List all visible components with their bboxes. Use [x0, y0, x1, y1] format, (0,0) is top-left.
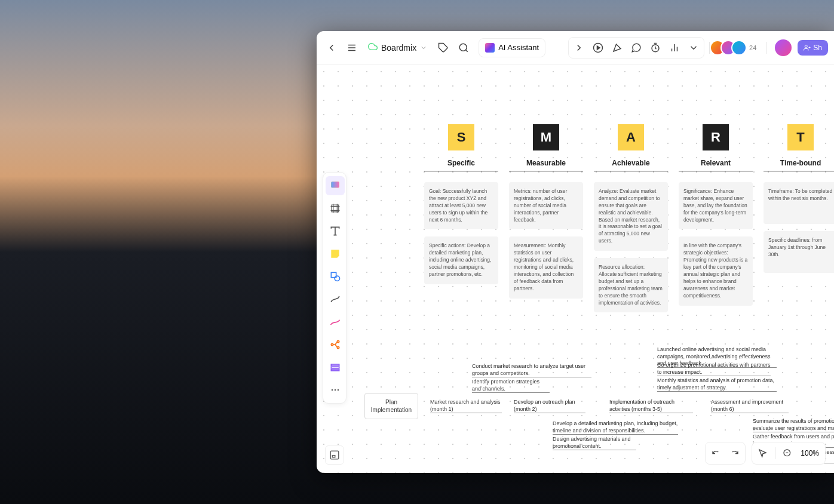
minimap-icon	[329, 450, 340, 460]
select-tool[interactable]	[326, 176, 345, 195]
mindmap-node[interactable]: Co-organize promotional activities with …	[657, 362, 771, 376]
mindmap-node[interactable]: Develop a detailed marketing plan, inclu…	[553, 420, 678, 435]
mindmap-node[interactable]: Conduct market research to analyze targe…	[472, 363, 591, 377]
board-title: Boardmix	[381, 43, 416, 53]
letter-a: A	[618, 124, 644, 150]
svg-marker-4	[597, 46, 600, 50]
redo-button[interactable]	[726, 445, 743, 462]
smart-col-timebound[interactable]: T Time-bound Timeframe: To be completed …	[764, 124, 834, 319]
text-tool[interactable]	[326, 222, 345, 241]
mindmap-tool[interactable]	[326, 335, 345, 354]
undo-button[interactable]	[708, 445, 725, 462]
note-card[interactable]: Measurement: Monthly statistics on user …	[509, 236, 583, 298]
sticky-note-tool[interactable]	[326, 244, 345, 263]
celebrate-tool[interactable]	[608, 39, 626, 57]
svg-point-16	[335, 276, 339, 281]
smart-col-specific[interactable]: S Specific Goal: Successfully launch the…	[424, 124, 498, 319]
search-button[interactable]	[455, 39, 473, 57]
mindmap-node[interactable]: Summarize the results of promotional ac …	[753, 418, 834, 432]
mindmap-node[interactable]: Develop an outreach plan (month 2)	[514, 399, 585, 413]
collaborator-avatars[interactable]: 24	[715, 40, 756, 56]
minimap-toggle[interactable]	[325, 445, 344, 465]
col-title: Specific	[447, 159, 475, 167]
mindmap-node[interactable]: Monthly statistics and analysis of promo…	[657, 377, 777, 392]
note-card[interactable]: Specific actions: Develop a detailed mar…	[424, 236, 498, 284]
note-card[interactable]: Timeframe: To be completed within the ne…	[764, 182, 834, 224]
share-icon	[804, 44, 811, 51]
svg-rect-22	[331, 369, 339, 371]
note-card[interactable]: Resource allocation: Allocate sufficient…	[594, 258, 668, 312]
comment-tool[interactable]	[627, 39, 645, 57]
letter-s: S	[448, 124, 474, 150]
svg-rect-21	[331, 367, 339, 368]
svg-rect-13	[331, 182, 339, 188]
note-card[interactable]: Goal: Successfully launch the new produc…	[424, 182, 498, 229]
ai-icon	[485, 43, 495, 53]
left-toolbar	[323, 172, 347, 404]
chevron-down-icon	[420, 44, 427, 51]
svg-point-19	[337, 346, 339, 348]
play-tool[interactable]	[589, 39, 607, 57]
tag-button[interactable]	[434, 39, 452, 57]
current-user-avatar[interactable]	[775, 39, 792, 56]
component-tool[interactable]	[326, 358, 345, 377]
top-tools-group	[568, 37, 704, 59]
mindmap-root[interactable]: Plan Implementation	[364, 393, 418, 419]
shape-tool[interactable]	[326, 267, 345, 286]
mindmap-node[interactable]: Market research and analysis (month 1)	[430, 399, 502, 413]
menu-button[interactable]	[343, 39, 361, 57]
more-tools[interactable]	[685, 39, 703, 57]
ai-assistant-label: AI Assistant	[498, 43, 539, 52]
svg-point-25	[338, 389, 339, 391]
connector-tool[interactable]	[326, 290, 345, 309]
back-button[interactable]	[323, 39, 341, 57]
more-tool[interactable]	[326, 380, 345, 399]
ai-assistant-button[interactable]: AI Assistant	[479, 38, 545, 57]
avatar	[731, 40, 747, 56]
letter-m: M	[533, 124, 559, 150]
mindmap-node[interactable]: Assessment and improvement (month 6)	[711, 399, 789, 413]
svg-point-17	[331, 343, 333, 345]
svg-point-24	[335, 389, 336, 391]
col-title: Relevant	[701, 159, 731, 167]
smart-col-achievable[interactable]: A Achievable Analyze: Evaluate market de…	[594, 124, 668, 319]
smart-grid: S Specific Goal: Successfully launch the…	[424, 124, 834, 319]
mindmap-node[interactable]: Identify promotion strategies and channe…	[472, 379, 550, 393]
zoom-level[interactable]: 100%	[797, 449, 823, 457]
svg-point-18	[337, 340, 339, 342]
note-card[interactable]: Significance: Enhance market share, expa…	[679, 182, 753, 229]
share-button[interactable]: Sh	[798, 40, 828, 56]
board-title-dropdown[interactable]: Boardmix	[363, 38, 432, 57]
cloud-icon	[368, 42, 378, 54]
col-title: Achievable	[612, 159, 649, 167]
pen-tool[interactable]	[326, 312, 345, 331]
letter-t: T	[787, 124, 814, 150]
note-card[interactable]: Analyze: Evaluate market demand and comp…	[594, 182, 668, 251]
share-label: Sh	[813, 44, 822, 52]
svg-point-1	[459, 44, 467, 51]
chart-tool[interactable]	[666, 39, 683, 57]
col-title: Time-bound	[780, 159, 821, 167]
svg-rect-20	[331, 364, 339, 366]
cursor-button[interactable]	[755, 445, 771, 462]
note-card[interactable]: Metrics: number of user registrations, a…	[509, 182, 583, 229]
smart-col-measurable[interactable]: M Measurable Metrics: number of user reg…	[509, 124, 583, 319]
canvas[interactable]: S Specific Goal: Successfully launch the…	[317, 64, 834, 473]
bottom-right-controls: 100%	[705, 442, 826, 465]
timer-tool[interactable]	[646, 39, 664, 57]
topbar: Boardmix AI Assistant 24	[317, 31, 834, 64]
letter-r: R	[703, 124, 729, 150]
svg-line-2	[466, 50, 468, 51]
avatar-count: 24	[749, 44, 756, 51]
svg-rect-14	[332, 205, 339, 212]
mindmap-node[interactable]: Design advertising materials and promoti…	[553, 436, 636, 450]
svg-point-23	[332, 389, 333, 391]
smart-col-relevant[interactable]: R Relevant Significance: Enhance market …	[679, 124, 753, 319]
app-window: Boardmix AI Assistant 24	[317, 31, 834, 473]
zoom-out-button[interactable]	[779, 445, 796, 462]
note-card[interactable]: In line with the company's strategic obj…	[679, 236, 753, 305]
mindmap-node[interactable]: Implementation of outreach activities (m…	[609, 399, 693, 413]
expand-tool[interactable]	[570, 39, 588, 57]
note-card[interactable]: Specific deadlines: from January 1st thr…	[764, 231, 834, 273]
frame-tool[interactable]	[326, 199, 345, 218]
